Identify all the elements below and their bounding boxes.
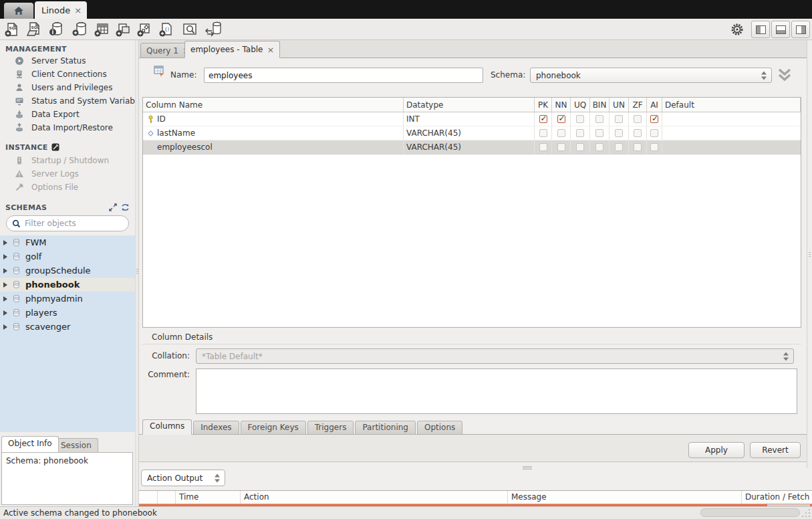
reconnect-database-icon[interactable]	[205, 21, 222, 38]
schema-row-phpmyadmin[interactable]: phpmyadmin	[0, 292, 135, 306]
un-checkbox[interactable]	[615, 115, 623, 123]
sidebar-item-client-connections[interactable]: Client Connections	[0, 68, 135, 81]
ai-checkbox[interactable]	[650, 129, 658, 137]
revert-button[interactable]: Revert	[750, 442, 801, 458]
uq-checkbox[interactable]	[576, 129, 584, 137]
bin-checkbox[interactable]	[595, 143, 603, 151]
ai-checkbox[interactable]	[650, 115, 658, 123]
create-table-icon[interactable]	[93, 21, 110, 38]
nn-checkbox[interactable]	[557, 115, 565, 123]
expander-icon[interactable]	[3, 324, 7, 330]
variables-monitor-icon	[15, 96, 24, 106]
zf-checkbox[interactable]	[634, 129, 642, 137]
table-row-selected[interactable]: employeescol VARCHAR(45)	[143, 140, 801, 154]
output-col-blank	[139, 491, 158, 504]
tab-object-info[interactable]: Object Info	[1, 436, 59, 452]
table-row[interactable]: ID INT	[143, 112, 801, 126]
toggle-bottom-panel-button[interactable]	[771, 21, 790, 38]
schema-select[interactable]: phonebook	[530, 68, 772, 83]
right-splitter[interactable]	[807, 40, 812, 468]
refresh-schemas-icon[interactable]	[121, 203, 130, 211]
schema-row-scavenger[interactable]: scavenger	[0, 320, 135, 334]
horizontal-scrollbar-thumb[interactable]	[700, 508, 800, 517]
create-function-icon[interactable]: {)	[157, 21, 174, 38]
un-checkbox[interactable]	[615, 129, 623, 137]
sidebar-item-data-import[interactable]: Data Import/Restore	[0, 121, 135, 134]
output-splitter-grip[interactable]	[523, 465, 532, 470]
create-procedure-icon[interactable]	[136, 21, 153, 38]
main-toolbar: SQL SQL i {)	[0, 19, 812, 40]
schema-icon	[12, 238, 21, 247]
output-selector[interactable]: Action Output	[141, 470, 225, 486]
tab-employees-table[interactable]: employees - Table ×	[184, 41, 280, 58]
search-table-data-icon[interactable]	[181, 21, 198, 38]
table-name-input[interactable]	[204, 68, 483, 83]
tab-triggers[interactable]: Triggers	[307, 421, 354, 435]
close-icon[interactable]: ×	[267, 45, 274, 55]
tab-indexes[interactable]: Indexes	[193, 421, 239, 435]
schema-icon	[12, 322, 21, 331]
tab-partitioning[interactable]: Partitioning	[355, 421, 416, 435]
collapse-header-chevrons-icon[interactable]	[775, 67, 794, 83]
tab-session[interactable]: Session	[54, 438, 98, 452]
columns-grid: Column Name Datatype PK NN UQ BIN UN ZF …	[142, 97, 801, 328]
schema-row-phonebook[interactable]: phonebook	[0, 278, 135, 292]
expander-icon[interactable]	[3, 282, 7, 288]
expander-icon[interactable]	[3, 296, 7, 302]
spinner-icon	[215, 473, 221, 483]
expander-icon[interactable]	[3, 254, 7, 260]
status-bar: Active schema changed to phonebook	[0, 506, 812, 519]
schema-row-fwm[interactable]: FWM	[0, 235, 135, 249]
sidebar-item-server-status[interactable]: Server Status	[0, 54, 135, 68]
comment-textarea[interactable]	[196, 369, 797, 414]
home-tab[interactable]	[4, 3, 33, 19]
create-schema-icon[interactable]	[71, 21, 88, 38]
toggle-left-sidebar-button[interactable]	[751, 21, 770, 38]
toggle-right-sidebar-button[interactable]	[791, 21, 810, 38]
expander-icon[interactable]	[3, 240, 7, 245]
collation-select[interactable]: *Table Default*	[196, 348, 794, 364]
action-output-header: Time Action Message Duration / Fetch	[139, 491, 812, 504]
pk-checkbox[interactable]	[539, 143, 547, 151]
uq-checkbox[interactable]	[576, 115, 584, 123]
zf-checkbox[interactable]	[634, 115, 642, 123]
open-sql-script-icon[interactable]: SQL	[25, 21, 42, 38]
schema-filter-input[interactable]	[25, 219, 125, 228]
create-view-icon[interactable]	[114, 21, 132, 38]
apply-button[interactable]: Apply	[688, 442, 745, 458]
inspect-database-icon[interactable]: i	[47, 21, 65, 38]
close-icon[interactable]: ×	[74, 5, 82, 15]
sidebar-item-users-and-privileges[interactable]: Users and Privileges	[0, 81, 135, 94]
sidebar-item-label: Options File	[31, 183, 78, 192]
expander-icon[interactable]	[3, 310, 7, 316]
bin-checkbox[interactable]	[595, 115, 603, 123]
tab-options[interactable]: Options	[417, 421, 462, 435]
sidebar-item-data-export[interactable]: Data Export	[0, 108, 135, 121]
un-checkbox[interactable]	[615, 143, 623, 151]
expander-icon[interactable]	[3, 268, 7, 274]
sidebar-item-server-logs[interactable]: Server Logs	[0, 167, 135, 181]
pk-checkbox[interactable]	[539, 115, 547, 123]
schema-row-golf[interactable]: golf	[0, 249, 135, 264]
tab-foreign-keys[interactable]: Foreign Keys	[241, 421, 306, 435]
connection-tab[interactable]: Linode ×	[35, 1, 87, 19]
output-col-message: Message	[508, 491, 742, 504]
zf-checkbox[interactable]	[634, 143, 642, 151]
ai-checkbox[interactable]	[650, 143, 658, 151]
schema-row-groupschedule[interactable]: groupSchedule	[0, 264, 135, 278]
window-resize-grip[interactable]	[801, 508, 811, 518]
preferences-gear-icon[interactable]	[728, 21, 746, 38]
nn-checkbox[interactable]	[557, 143, 565, 151]
table-row[interactable]: lastName VARCHAR(45)	[143, 126, 801, 140]
nn-checkbox[interactable]	[557, 129, 565, 137]
sidebar-item-status-system-variables[interactable]: Status and System Variables	[0, 94, 135, 108]
tab-columns[interactable]: Columns	[142, 419, 192, 435]
uq-checkbox[interactable]	[576, 143, 584, 151]
expand-schemas-icon[interactable]	[109, 203, 117, 211]
new-query-tab-icon[interactable]: SQL	[3, 21, 21, 38]
sidebar-item-options-file[interactable]: Options File	[0, 181, 135, 194]
schema-row-players[interactable]: players	[0, 306, 135, 320]
pk-checkbox[interactable]	[539, 129, 547, 137]
bin-checkbox[interactable]	[595, 129, 603, 137]
sidebar-item-startup-shutdown[interactable]: Startup / Shutdown	[0, 154, 135, 167]
